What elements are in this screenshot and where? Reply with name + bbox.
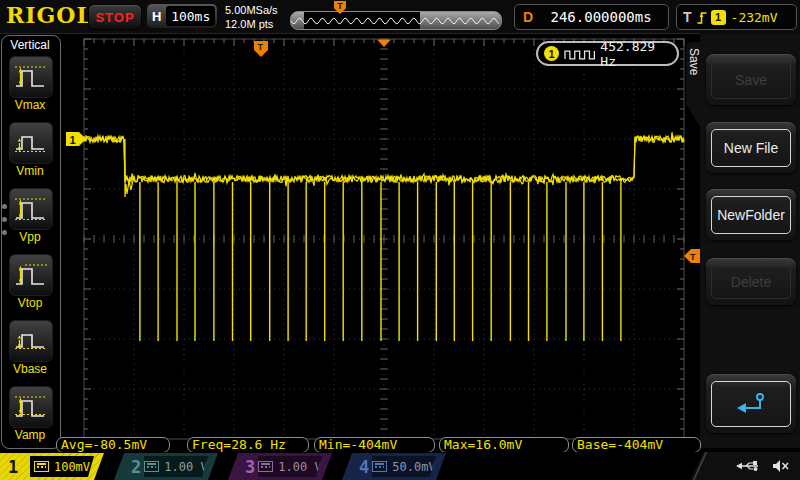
trigger-level-value: -232mV — [731, 10, 778, 25]
vertical-menu-title: Vertical — [2, 38, 58, 52]
dc-coupling-icon — [34, 461, 49, 472]
new-folder-button-label: NewFolder — [711, 196, 791, 234]
channel-3-indicator[interactable]: 3 1.00 V — [228, 453, 340, 480]
dc-coupling-icon — [372, 461, 387, 472]
new-file-button-label: New File — [711, 129, 791, 167]
svg-text:T: T — [258, 42, 264, 52]
menu-item-label: Vamp — [0, 428, 60, 442]
sample-rate: 5.00MSa/s — [225, 3, 278, 17]
dc-coupling-icon — [258, 461, 273, 472]
channel-scale: 1.00 V — [164, 460, 207, 474]
counter-channel-chip: 1 — [544, 46, 559, 61]
usb-icon — [736, 459, 760, 473]
vamp-icon — [9, 386, 53, 428]
trigger-position-marker[interactable]: T — [254, 41, 268, 57]
new-folder-button[interactable]: NewFolder — [706, 189, 796, 240]
trigger-center-marker — [377, 40, 391, 48]
timebase-label: H — [147, 9, 166, 24]
channel-status-bar: 1 100mV 2 1.00 V 3 1.00 V 4 50.0mV — [0, 452, 800, 480]
measurement-avg[interactable]: Avg=-80.5mV — [56, 437, 170, 453]
measurement-max[interactable]: Max=16.0mV — [439, 437, 569, 453]
delete-button[interactable]: Delete — [706, 258, 796, 305]
vpp-icon — [9, 188, 53, 230]
vmax-icon — [9, 56, 53, 98]
measurement-min[interactable]: Min=-404mV — [314, 437, 435, 453]
scope-display: 1 T T — [0, 0, 800, 480]
acquisition-readout: 5.00MSa/s 12.0M pts — [225, 3, 278, 31]
delete-button-label: Delete — [711, 265, 791, 299]
square-wave-icon — [564, 47, 595, 61]
measurement-freq[interactable]: Freq=28.6 Hz — [187, 437, 309, 453]
save-button[interactable]: Save — [706, 54, 796, 105]
channel-1-indicator[interactable]: 1 100mV — [0, 453, 112, 480]
svg-text:1: 1 — [70, 134, 76, 146]
memory-depth: 12.0M pts — [225, 17, 278, 31]
menu-item-vpp[interactable]: Vpp — [0, 188, 60, 248]
channel-number: 2 — [131, 457, 141, 477]
channel-number: 3 — [245, 457, 255, 477]
save-button-label: Save — [711, 61, 791, 99]
menu-item-label: Vtop — [0, 296, 60, 310]
menu-item-label: Vmax — [0, 98, 60, 112]
dc-coupling-icon — [144, 461, 159, 472]
rising-edge-trigger-icon — [696, 9, 708, 26]
channel-scale: 100mV — [54, 460, 90, 474]
delay-label: D — [523, 9, 533, 25]
vmin-icon — [9, 122, 53, 164]
channel-number: 4 — [359, 457, 369, 477]
menu-tab-label: Save — [687, 48, 701, 75]
frequency-counter: 1 452.829 Hz — [536, 41, 679, 66]
channel-scale: 50.0mV — [392, 460, 435, 474]
menu-page-dot — [2, 217, 7, 222]
svg-text:T: T — [690, 252, 696, 262]
status-icon-area — [690, 452, 800, 480]
return-arrow-icon — [736, 391, 766, 417]
vbase-icon — [9, 320, 53, 362]
memory-position-bar[interactable] — [290, 11, 502, 30]
menu-item-vbase[interactable]: Vbase — [0, 320, 60, 380]
menu-item-label: Vpp — [0, 230, 60, 244]
channel-2-indicator[interactable]: 2 1.00 V — [114, 453, 226, 480]
menu-page-dot — [2, 204, 7, 209]
return-button[interactable] — [706, 374, 796, 433]
vtop-icon — [9, 254, 53, 296]
measurement-base[interactable]: Base=-404mV — [572, 437, 701, 453]
menu-item-vtop[interactable]: Vtop — [0, 254, 60, 314]
menu-item-label: Vmin — [0, 164, 60, 178]
trigger-source-chip: 1 — [711, 10, 726, 25]
new-file-button[interactable]: New File — [706, 122, 796, 173]
delay-readout[interactable]: D 246.000000ms — [514, 4, 669, 30]
delay-value: 246.000000ms — [540, 9, 668, 25]
menu-item-label: Vbase — [0, 362, 60, 376]
menu-item-vmin[interactable]: Vmin — [0, 122, 60, 182]
memory-waveform-icon — [291, 12, 499, 29]
menu-item-vamp[interactable]: Vamp — [0, 386, 60, 446]
ch1-ground-marker[interactable]: 1 — [66, 132, 86, 146]
channel-4-indicator[interactable]: 4 50.0mV — [342, 453, 454, 480]
channel-number: 1 — [8, 457, 18, 477]
trigger-readout[interactable]: T 1 -232mV — [676, 4, 797, 30]
brand-logo: RIGOL — [6, 2, 93, 28]
menu-item-vmax[interactable]: Vmax — [0, 56, 60, 116]
run-state-indicator: STOP — [88, 4, 142, 30]
trigger-label: T — [683, 9, 692, 25]
menu-page-dot — [2, 230, 7, 235]
channel-scale: 1.00 V — [278, 460, 321, 474]
timebase-value: 100ms — [166, 6, 215, 26]
header-bar: RIGOL STOP H 100ms 5.00MSa/s 12.0M pts T… — [0, 0, 800, 34]
counter-value: 452.829 Hz — [600, 39, 677, 69]
timebase-readout[interactable]: H 100ms — [147, 4, 217, 28]
sound-muted-icon — [772, 459, 790, 473]
trigger-level-marker[interactable]: T — [684, 249, 700, 263]
